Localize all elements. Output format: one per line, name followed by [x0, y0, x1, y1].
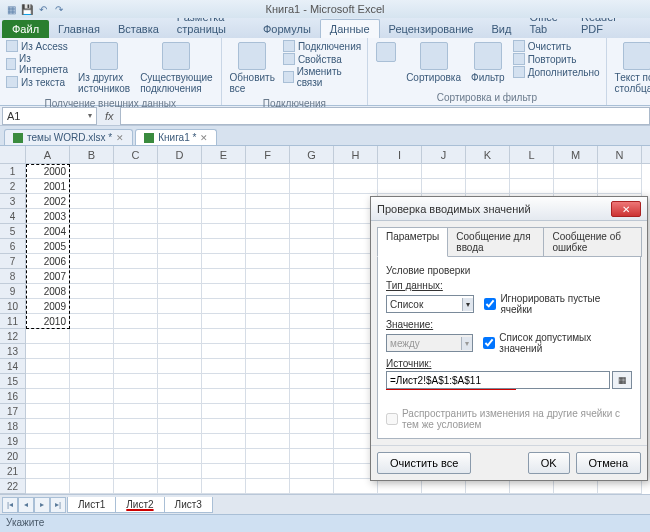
cell[interactable] — [114, 269, 158, 284]
cell[interactable] — [70, 389, 114, 404]
cell[interactable] — [114, 179, 158, 194]
row-header[interactable]: 18 — [0, 419, 26, 434]
row-header[interactable]: 10 — [0, 299, 26, 314]
close-icon[interactable]: ✕ — [200, 133, 208, 143]
refresh-all-button[interactable]: Обновить все — [228, 40, 277, 96]
cell[interactable] — [26, 374, 70, 389]
cell[interactable] — [510, 179, 554, 194]
cell[interactable] — [158, 374, 202, 389]
cell[interactable] — [202, 329, 246, 344]
row-header[interactable]: 2 — [0, 179, 26, 194]
cell[interactable] — [422, 179, 466, 194]
cell[interactable] — [26, 344, 70, 359]
connections-button[interactable]: Подключения — [283, 40, 361, 52]
col-header[interactable]: C — [114, 146, 158, 163]
cell[interactable] — [70, 434, 114, 449]
select-all-corner[interactable] — [0, 146, 26, 163]
cell[interactable] — [202, 344, 246, 359]
row-header[interactable]: 12 — [0, 329, 26, 344]
cell[interactable] — [202, 194, 246, 209]
row-header[interactable]: 13 — [0, 344, 26, 359]
cell[interactable] — [114, 209, 158, 224]
cell[interactable] — [290, 464, 334, 479]
cell[interactable] — [246, 434, 290, 449]
cell[interactable] — [290, 344, 334, 359]
from-access-button[interactable]: Из Access — [6, 40, 70, 52]
cell[interactable] — [158, 464, 202, 479]
cell[interactable] — [246, 404, 290, 419]
cell[interactable] — [26, 479, 70, 494]
cell[interactable] — [26, 434, 70, 449]
cell[interactable]: 2005 — [26, 239, 70, 254]
cell[interactable]: 2000 — [26, 164, 70, 179]
cell[interactable] — [158, 209, 202, 224]
cell[interactable] — [202, 299, 246, 314]
cell[interactable] — [202, 449, 246, 464]
cell[interactable] — [598, 179, 642, 194]
cell[interactable] — [290, 224, 334, 239]
cell[interactable] — [378, 479, 422, 494]
cell[interactable] — [334, 479, 378, 494]
cell[interactable] — [202, 434, 246, 449]
redo-icon[interactable]: ↷ — [52, 2, 66, 16]
sort-az-button[interactable] — [374, 40, 398, 64]
range-picker-button[interactable]: ▦ — [612, 371, 632, 389]
undo-icon[interactable]: ↶ — [36, 2, 50, 16]
cell[interactable] — [202, 284, 246, 299]
text-to-columns-button[interactable]: Текст по столбцам — [613, 40, 650, 96]
cell[interactable] — [158, 194, 202, 209]
cell[interactable] — [114, 314, 158, 329]
cell[interactable] — [70, 329, 114, 344]
cell[interactable] — [290, 374, 334, 389]
cell[interactable] — [158, 164, 202, 179]
cell[interactable] — [158, 359, 202, 374]
cell[interactable]: 2003 — [26, 209, 70, 224]
cell[interactable] — [114, 419, 158, 434]
cell[interactable] — [290, 299, 334, 314]
cell[interactable] — [202, 179, 246, 194]
cell[interactable] — [290, 269, 334, 284]
cell[interactable] — [290, 179, 334, 194]
col-header[interactable]: G — [290, 146, 334, 163]
cell[interactable] — [70, 254, 114, 269]
cell[interactable] — [202, 239, 246, 254]
row-header[interactable]: 19 — [0, 434, 26, 449]
cell[interactable] — [246, 164, 290, 179]
cell[interactable] — [246, 194, 290, 209]
save-icon[interactable]: 💾 — [20, 2, 34, 16]
cell[interactable] — [598, 479, 642, 494]
cell[interactable] — [466, 164, 510, 179]
cell[interactable] — [70, 194, 114, 209]
sheet-tab-3[interactable]: Лист3 — [164, 497, 213, 513]
cell[interactable] — [466, 179, 510, 194]
cell[interactable] — [290, 164, 334, 179]
cell[interactable]: 2004 — [26, 224, 70, 239]
cell[interactable] — [26, 464, 70, 479]
cell[interactable] — [246, 239, 290, 254]
tab-insert[interactable]: Вставка — [109, 20, 168, 38]
sheet-tab-1[interactable]: Лист1 — [67, 497, 116, 513]
row-header[interactable]: 20 — [0, 449, 26, 464]
cell[interactable] — [466, 479, 510, 494]
cell[interactable] — [246, 179, 290, 194]
advanced-button[interactable]: Дополнительно — [513, 66, 600, 78]
edit-links-button[interactable]: Изменить связи — [283, 66, 361, 88]
cell[interactable] — [202, 464, 246, 479]
nav-last-icon[interactable]: ▸| — [50, 497, 66, 513]
cell[interactable] — [114, 359, 158, 374]
other-sources-button[interactable]: Из других источников — [76, 40, 132, 96]
doc-tab-word[interactable]: темы WORD.xlsx *✕ — [4, 129, 133, 145]
row-header[interactable]: 17 — [0, 404, 26, 419]
row-header[interactable]: 7 — [0, 254, 26, 269]
reapply-button[interactable]: Повторить — [513, 53, 600, 65]
cell[interactable] — [158, 389, 202, 404]
cell[interactable] — [114, 299, 158, 314]
cell[interactable] — [378, 179, 422, 194]
cell[interactable] — [70, 299, 114, 314]
row-header[interactable]: 1 — [0, 164, 26, 179]
cell[interactable] — [158, 329, 202, 344]
cell[interactable] — [290, 284, 334, 299]
cell[interactable] — [70, 464, 114, 479]
cell[interactable] — [70, 239, 114, 254]
cell[interactable] — [158, 179, 202, 194]
